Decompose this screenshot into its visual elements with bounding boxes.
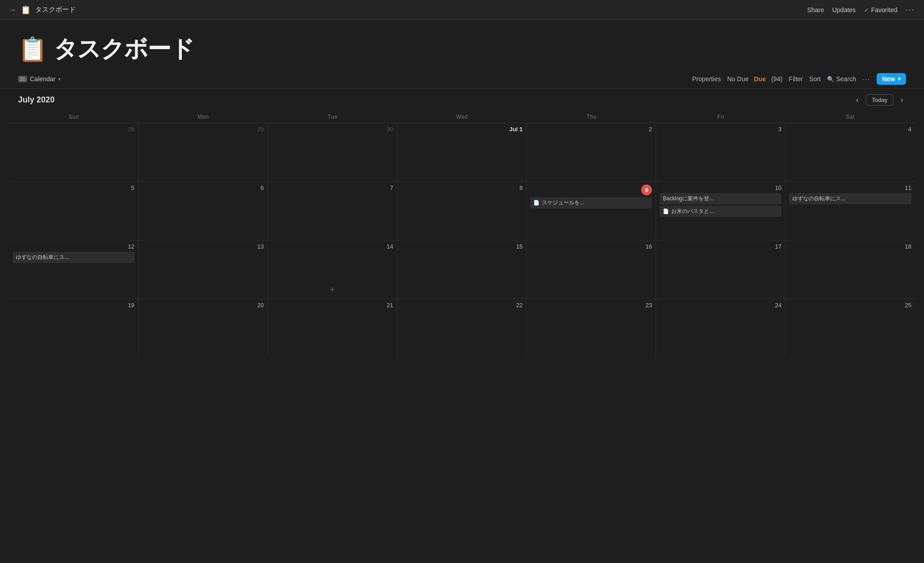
cell-5[interactable]: 5 <box>9 182 139 240</box>
task-yuzu-11[interactable]: ゆずなの自転車にス... <box>789 193 911 204</box>
day-header-fri: Fri <box>656 111 785 123</box>
date-14: 14 <box>272 243 393 250</box>
task-yuzu-12[interactable]: ゆずなの自転車にス... <box>13 252 134 263</box>
cell-13[interactable]: 13 <box>139 240 268 299</box>
date-20: 20 <box>142 302 264 309</box>
new-button[interactable]: New ▾ <box>877 73 906 85</box>
cell-25[interactable]: 25 <box>785 299 915 358</box>
date-3: 3 <box>660 126 781 133</box>
calendar-grid: Sun Mon Tue Wed Thu Fri Sat 28 29 30 Jul… <box>0 111 924 358</box>
date-22: 22 <box>401 302 523 309</box>
favorited-button[interactable]: ✓ Favorited <box>864 6 897 14</box>
cell-18[interactable]: 18 <box>785 240 915 299</box>
cell-6[interactable]: 6 <box>139 182 268 240</box>
cell-21[interactable]: 21 <box>268 299 397 358</box>
back-arrow[interactable]: → <box>9 6 16 14</box>
filter-button[interactable]: Filter <box>789 75 803 83</box>
calendar-month: July 2020 <box>18 95 55 105</box>
day-headers: Sun Mon Tue Wed Thu Fri Sat <box>9 111 915 123</box>
cell-8[interactable]: 8 <box>397 182 527 240</box>
cell-28[interactable]: 28 <box>9 123 139 181</box>
task-yuzu-11-label: ゆずなの自転車にス... <box>792 195 845 203</box>
date-24: 24 <box>660 302 781 309</box>
cell-11[interactable]: 11 ゆずなの自転車にス... <box>785 182 915 240</box>
cell-jul1[interactable]: Jul 1 <box>397 123 527 181</box>
cell-15[interactable]: 15 <box>397 240 527 299</box>
cell-2[interactable]: 2 <box>527 123 656 181</box>
day-header-sat: Sat <box>785 111 915 123</box>
calendar-nav-right: ‹ Today › <box>853 94 906 106</box>
doc-icon: 📄 <box>533 200 540 206</box>
calendar-view-button[interactable]: 31 Calendar ▾ <box>18 75 61 83</box>
share-button[interactable]: Share <box>807 6 824 14</box>
date-16: 16 <box>530 243 652 250</box>
cell-29[interactable]: 29 <box>139 123 268 181</box>
prev-month-button[interactable]: ‹ <box>853 94 861 106</box>
date-15: 15 <box>401 243 523 250</box>
date-12: 12 <box>13 243 134 250</box>
cell-23[interactable]: 23 <box>527 299 656 358</box>
task-rice-pasta[interactable]: 📄 お米のパスタと... <box>660 206 781 217</box>
page-icon-large: 📋 <box>18 36 47 63</box>
next-month-button[interactable]: › <box>898 94 906 106</box>
date-9: 9 <box>641 185 652 195</box>
cell-4[interactable]: 4 <box>785 123 915 181</box>
cell-22[interactable]: 22 <box>397 299 527 358</box>
date-30: 30 <box>272 126 393 133</box>
day-header-wed: Wed <box>397 111 527 123</box>
calendar-week-2: 5 6 7 8 9 📄 スケジュールを... 10 <box>9 182 915 240</box>
date-2: 2 <box>530 126 652 133</box>
toolbar: 31 Calendar ▾ Properties No Due Due (94)… <box>0 69 924 89</box>
task-yuzu-12-label: ゆずなの自転車にス... <box>16 254 69 261</box>
properties-button[interactable]: Properties <box>692 75 721 83</box>
task-schedule[interactable]: 📄 スケジュールを... <box>530 197 652 208</box>
cell-16[interactable]: 16 <box>527 240 656 299</box>
date-25: 25 <box>789 302 911 309</box>
top-bar-left: → 📋 タスクボード <box>9 5 807 15</box>
date-18: 18 <box>789 243 911 250</box>
calendar-week-4: 19 20 21 22 23 24 25 <box>9 299 915 358</box>
date-11: 11 <box>789 185 911 191</box>
cell-7[interactable]: 7 <box>268 182 397 240</box>
date-jul1: Jul 1 <box>401 126 523 133</box>
add-task-14-button[interactable]: + <box>330 285 335 295</box>
top-bar-right: Share Updates ✓ Favorited ··· <box>807 5 915 14</box>
cell-12[interactable]: 12 ゆずなの自転車にス... <box>9 240 139 299</box>
date-7: 7 <box>272 185 393 191</box>
task-schedule-label: スケジュールを... <box>542 199 584 207</box>
cell-24[interactable]: 24 <box>656 299 785 358</box>
page-title: タスクボード <box>54 33 194 65</box>
task-rice-pasta-label: お米のパスタと... <box>671 208 714 215</box>
more-toolbar-button[interactable]: ··· <box>863 75 871 83</box>
more-options-button[interactable]: ··· <box>906 5 915 14</box>
task-backlog[interactable]: Backlogに案件を登... <box>660 193 781 204</box>
cell-10[interactable]: 10 Backlogに案件を登... 📄 お米のパスタと... <box>656 182 785 240</box>
calendar-weeks: 28 29 30 Jul 1 2 3 4 5 <box>9 123 915 358</box>
today-button[interactable]: Today <box>866 94 893 106</box>
task-backlog-label: Backlogに案件を登... <box>663 195 714 203</box>
cell-30[interactable]: 30 <box>268 123 397 181</box>
search-button[interactable]: 🔍 Search <box>827 75 856 83</box>
cell-20[interactable]: 20 <box>139 299 268 358</box>
no-due-filter[interactable]: No Due Due (94) <box>727 75 783 83</box>
date-8: 8 <box>401 185 523 191</box>
date-6: 6 <box>142 185 264 191</box>
page-header: 📋 タスクボード <box>0 20 924 69</box>
cell-3[interactable]: 3 <box>656 123 785 181</box>
check-icon: ✓ <box>864 6 869 14</box>
updates-button[interactable]: Updates <box>832 6 855 14</box>
toolbar-right: Properties No Due Due (94) Filter Sort 🔍… <box>692 73 906 85</box>
cell-19[interactable]: 19 <box>9 299 139 358</box>
calendar-week-3: 12 ゆずなの自転車にス... 13 14 + 15 16 17 <box>9 240 915 299</box>
cell-17[interactable]: 17 <box>656 240 785 299</box>
cell-14[interactable]: 14 + <box>268 240 397 299</box>
date-28: 28 <box>13 126 134 133</box>
date-4: 4 <box>789 126 911 133</box>
calendar-icon: 31 <box>18 76 27 82</box>
cell-9[interactable]: 9 📄 スケジュールを... <box>527 182 656 240</box>
new-chevron-icon: ▾ <box>898 76 901 82</box>
top-bar: → 📋 タスクボード Share Updates ✓ Favorited ··· <box>0 0 924 20</box>
sort-button[interactable]: Sort <box>809 75 821 83</box>
calendar-nav: July 2020 ‹ Today › <box>0 89 924 111</box>
page-icon-small: 📋 <box>21 5 31 15</box>
